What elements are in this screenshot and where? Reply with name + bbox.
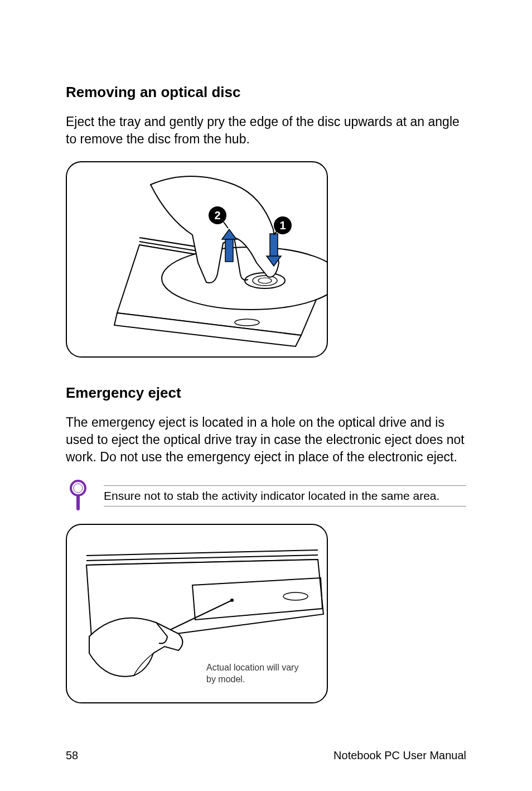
page-number: 58 bbox=[66, 749, 78, 762]
page-footer: 58 Notebook PC User Manual bbox=[66, 749, 466, 762]
callout-number-2: 2 bbox=[214, 209, 220, 221]
svg-point-6 bbox=[162, 247, 328, 310]
svg-point-7 bbox=[245, 273, 285, 288]
section-body-removing: Eject the tray and gently pry the edge o… bbox=[66, 113, 466, 148]
footer-title: Notebook PC User Manual bbox=[333, 749, 466, 762]
callout-number-1: 1 bbox=[279, 219, 286, 231]
note-block: Ensure not to stab the activity indicato… bbox=[66, 479, 466, 513]
svg-point-19 bbox=[74, 484, 83, 493]
svg-rect-12 bbox=[225, 238, 233, 262]
note-text: Ensure not to stab the activity indicato… bbox=[104, 485, 466, 507]
figure-emergency-eject: Actual location will vary by model. bbox=[66, 524, 328, 703]
illustration-remove-disc: 1 2 bbox=[67, 162, 328, 358]
svg-point-18 bbox=[71, 481, 85, 495]
svg-rect-10 bbox=[270, 234, 278, 257]
figure-caption: Actual location will vary by model. bbox=[206, 662, 307, 686]
section-heading-emergency: Emergency eject bbox=[66, 384, 466, 402]
section-body-emergency: The emergency eject is located in a hole… bbox=[66, 414, 466, 466]
svg-rect-20 bbox=[76, 495, 80, 510]
magnifier-icon bbox=[66, 479, 90, 513]
figure-remove-disc: 1 2 bbox=[66, 161, 328, 358]
svg-line-21 bbox=[86, 550, 318, 556]
section-heading-removing: Removing an optical disc bbox=[66, 84, 466, 101]
